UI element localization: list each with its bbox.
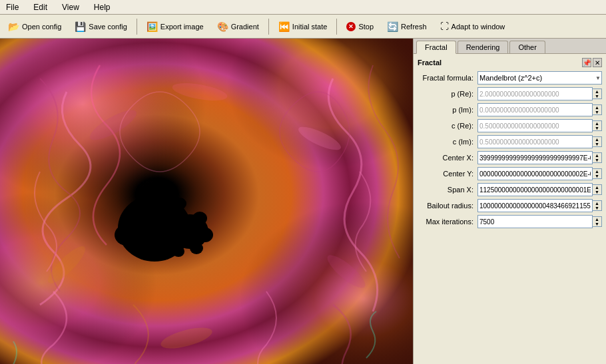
center-y-input[interactable]: [477, 167, 593, 180]
initial-state-button[interactable]: ⏮️ Initial state: [273, 17, 333, 36]
export-image-button[interactable]: 🖼️ Export image: [141, 17, 209, 36]
svg-point-14: [154, 195, 172, 212]
c-re-spinbtns: ▲ ▼: [593, 120, 602, 131]
c-re-label: c (Re):: [418, 122, 477, 130]
center-x-down[interactable]: ▼: [593, 158, 601, 162]
span-x-label: Span X:: [418, 186, 477, 194]
p-re-row: p (Re): ▲ ▼: [418, 87, 602, 100]
c-im-input[interactable]: [477, 135, 593, 148]
stop-button[interactable]: ✕ Stop: [341, 17, 379, 36]
bailout-radius-up[interactable]: ▲: [593, 201, 601, 206]
bailout-radius-input[interactable]: [477, 199, 593, 212]
span-x-row: Span X: ▲ ▼: [418, 183, 602, 196]
p-re-control: ▲ ▼: [477, 87, 602, 100]
svg-point-24: [132, 241, 141, 249]
svg-point-19: [197, 228, 213, 242]
refresh-button[interactable]: 🔄 Refresh: [382, 17, 432, 36]
max-iterations-row: Max iterations: ▲ ▼: [418, 215, 602, 228]
svg-point-18: [192, 212, 207, 225]
center-y-up[interactable]: ▲: [593, 169, 601, 174]
center-x-control: ▲ ▼: [477, 151, 602, 164]
initial-state-icon: ⏮️: [278, 21, 290, 32]
p-im-input[interactable]: [477, 103, 593, 116]
c-im-label: c (Im):: [418, 138, 477, 146]
center-x-up[interactable]: ▲: [593, 153, 601, 158]
menu-edit[interactable]: Edit: [30, 1, 51, 13]
p-re-up[interactable]: ▲: [593, 89, 601, 94]
panel-content: Fractal 📌 ✕ Fractal formula: Mandelbrot …: [414, 54, 606, 364]
max-iterations-down[interactable]: ▼: [593, 222, 601, 226]
bailout-radius-control: ▲ ▼: [477, 199, 602, 212]
svg-point-20: [190, 242, 203, 254]
menu-help[interactable]: Help: [91, 1, 114, 13]
c-im-control: ▲ ▼: [477, 135, 602, 148]
p-re-label: p (Re):: [418, 90, 477, 98]
center-x-input[interactable]: [477, 151, 593, 164]
bailout-radius-label: Bailout radius:: [418, 202, 477, 210]
bailout-radius-row: Bailout radius: ▲ ▼: [418, 199, 602, 212]
c-re-control: ▲ ▼: [477, 119, 602, 132]
svg-point-17: [121, 212, 135, 224]
menu-file[interactable]: File: [3, 1, 22, 13]
c-re-input[interactable]: [477, 119, 593, 132]
adapt-to-window-label: Adapt to window: [452, 23, 505, 31]
refresh-icon: 🔄: [387, 21, 398, 32]
span-x-spinbtns: ▲ ▼: [593, 184, 602, 195]
center-y-control: ▲ ▼: [477, 167, 602, 180]
c-re-down[interactable]: ▼: [593, 126, 601, 130]
span-x-control: ▲ ▼: [477, 183, 602, 196]
center-y-label: Center Y:: [418, 170, 477, 178]
c-re-up[interactable]: ▲: [593, 121, 601, 126]
span-x-down[interactable]: ▼: [593, 190, 601, 194]
pin-panel-button[interactable]: 📌: [582, 58, 591, 67]
c-im-row: c (Im): ▲ ▼: [418, 135, 602, 148]
main-content: Fractal Rendering Other Fractal 📌 ✕ Frac…: [0, 39, 606, 364]
max-iterations-up[interactable]: ▲: [593, 217, 601, 222]
panel-title: Fractal: [418, 59, 442, 67]
max-iterations-input[interactable]: [477, 215, 593, 228]
open-config-button[interactable]: 📂 Open config: [3, 17, 67, 36]
c-im-spinbtns: ▲ ▼: [593, 136, 602, 147]
save-config-button[interactable]: 💾 Save config: [69, 17, 132, 36]
fractal-formula-select[interactable]: Mandelbrot (z^2+c) Julia Burning Ship: [477, 71, 602, 85]
gradient-button[interactable]: 🎨 Gradient: [212, 17, 264, 36]
adapt-to-window-button[interactable]: ⛶ Adapt to window: [435, 17, 511, 36]
p-im-down[interactable]: ▼: [593, 110, 601, 114]
adapt-icon: ⛶: [440, 21, 449, 31]
max-iterations-label: Max iterations:: [418, 218, 477, 226]
p-im-label: p (Im):: [418, 106, 477, 114]
c-im-up[interactable]: ▲: [593, 137, 601, 142]
tab-fractal[interactable]: Fractal: [416, 41, 456, 54]
export-icon: 🖼️: [147, 21, 158, 32]
svg-point-23: [143, 246, 153, 255]
right-panel: Fractal Rendering Other Fractal 📌 ✕ Frac…: [413, 39, 606, 364]
gradient-label: Gradient: [231, 23, 259, 31]
p-re-input[interactable]: [477, 87, 593, 100]
max-iterations-control: ▲ ▼: [477, 215, 602, 228]
stop-label: Stop: [358, 23, 374, 31]
tab-other[interactable]: Other: [509, 41, 545, 53]
stop-icon: ✕: [346, 22, 356, 31]
center-y-down[interactable]: ▼: [593, 174, 601, 178]
p-im-control: ▲ ▼: [477, 103, 602, 116]
bailout-radius-down[interactable]: ▼: [593, 206, 601, 210]
bailout-radius-spinbtns: ▲ ▼: [593, 200, 602, 211]
toolbar-separator-2: [268, 19, 269, 35]
close-panel-button[interactable]: ✕: [593, 58, 602, 67]
save-config-label: Save config: [89, 23, 127, 31]
span-x-up[interactable]: ▲: [593, 185, 601, 190]
center-x-row: Center X: ▲ ▼: [418, 151, 602, 164]
c-im-down[interactable]: ▼: [593, 142, 601, 146]
p-re-down[interactable]: ▼: [593, 94, 601, 98]
menu-view[interactable]: View: [59, 1, 83, 13]
fractal-canvas[interactable]: [0, 39, 413, 364]
svg-point-21: [172, 246, 184, 257]
span-x-input[interactable]: [477, 183, 593, 196]
folder-open-icon: 📂: [8, 21, 19, 32]
menubar: File Edit View Help: [0, 0, 606, 15]
p-im-up[interactable]: ▲: [593, 105, 601, 110]
toolbar-separator-3: [336, 19, 337, 35]
center-x-spinbtns: ▲ ▼: [593, 152, 602, 163]
c-re-row: c (Re): ▲ ▼: [418, 119, 602, 132]
tab-rendering[interactable]: Rendering: [457, 41, 509, 53]
